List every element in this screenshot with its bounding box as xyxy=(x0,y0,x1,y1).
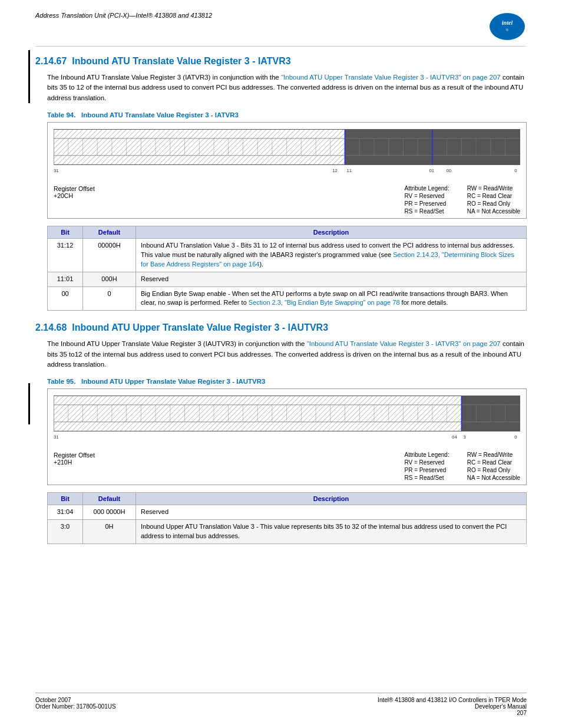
register-svg-1: 31 12 11 01 00 0 xyxy=(54,129,520,179)
table-row: 31:12 00000H Inbound ATU Translation Val… xyxy=(48,238,527,272)
table-row: 31:04 000 0000H Reserved xyxy=(48,505,527,520)
header-title: Address Translation Unit (PCI-X)—Intel® … xyxy=(35,12,212,19)
footer-product: Intel® 413808 and 413812 I/O Controllers… xyxy=(378,697,527,703)
svg-rect-54 xyxy=(462,422,520,431)
svg-text:0: 0 xyxy=(514,168,517,173)
section-heading-2: 2.14.68 Inbound ATU Upper Translate Valu… xyxy=(35,322,527,333)
svg-text:31: 31 xyxy=(54,434,59,440)
page-header: Address Translation Unit (PCI-X)—Intel® … xyxy=(35,12,527,47)
data-table-2: Bit Default Description 31:04 000 0000H … xyxy=(47,492,527,544)
svg-text:intel: intel xyxy=(502,19,513,26)
change-bar-1 xyxy=(28,50,30,103)
reg-offset-2: Register Offset +210H xyxy=(54,452,95,481)
svg-text:31: 31 xyxy=(54,168,59,173)
register-diagram-2: 31 04 3 0 Register Offset +210H Attribut… xyxy=(47,388,527,485)
svg-rect-50 xyxy=(462,396,520,405)
svg-point-0 xyxy=(490,13,525,40)
col-bit-2: Bit xyxy=(48,493,83,505)
reg-meta-2: Register Offset +210H Attribute Legend: … xyxy=(54,452,520,481)
attr-legend-1: Attribute Legend: RV = Reserved PR = Pre… xyxy=(405,185,521,215)
svg-text:00: 00 xyxy=(446,168,451,173)
footer-manual: Developer's Manual xyxy=(378,703,527,710)
section2-body: The Inbound ATU Upper Translate Value Re… xyxy=(47,339,527,370)
svg-rect-53 xyxy=(54,422,462,431)
svg-rect-7 xyxy=(54,156,345,164)
register-svg-2: 31 04 3 0 xyxy=(54,395,520,445)
col-desc-2: Description xyxy=(136,493,527,505)
table-row: 11:01 000H Reserved xyxy=(48,272,527,286)
table94-heading: Table 94. Inbound ATU Translate Value Re… xyxy=(47,111,527,118)
svg-text:®: ® xyxy=(505,28,509,32)
section-2-14-68: 2.14.68 Inbound ATU Upper Translate Valu… xyxy=(35,322,527,544)
footer-date: October 2007 xyxy=(35,697,116,703)
table-row: 3:0 0H Inbound Upper ATU Translation Val… xyxy=(48,520,527,544)
footer-left: October 2007 Order Number: 317805-001US xyxy=(35,697,116,716)
table95-heading: Table 95. Inbound ATU Upper Translate Va… xyxy=(47,378,527,385)
change-bar-2 xyxy=(28,383,30,424)
link-section-2-14-23[interactable]: Section 2.14.23, "Determining Block Size… xyxy=(141,251,514,268)
link-section-2-3[interactable]: Section 2.3, "Big Endian Byte Swapping" … xyxy=(249,299,400,306)
col-default-2: Default xyxy=(83,493,136,505)
reg-meta-1: Register Offset +20CH Attribute Legend: … xyxy=(54,185,520,215)
svg-text:0: 0 xyxy=(514,434,517,440)
col-bit-1: Bit xyxy=(48,226,83,238)
section1-link1[interactable]: "Inbound ATU Upper Translate Value Regis… xyxy=(281,74,501,81)
svg-rect-49 xyxy=(54,396,462,405)
svg-text:3: 3 xyxy=(463,434,465,440)
col-default-1: Default xyxy=(83,226,136,238)
section-2-14-67: 2.14.67 Inbound ATU Translate Value Regi… xyxy=(35,56,527,311)
svg-rect-3 xyxy=(54,129,345,138)
table-row: 00 0 Big Endian Byte Swap enable - When … xyxy=(48,286,527,311)
section1-body: The Inbound ATU Translate Value Register… xyxy=(47,73,527,103)
footer-page: 207 xyxy=(378,710,527,716)
register-diagram-1: 31 12 11 01 00 0 Register Offset xyxy=(47,122,527,219)
data-table-1: Bit Default Description 31:12 00000H Inb… xyxy=(47,226,527,311)
attr-legend-2: Attribute Legend: RV = Reserved PR = Pre… xyxy=(405,452,521,481)
svg-text:01: 01 xyxy=(429,168,434,173)
reg-offset-1: Register Offset +20CH xyxy=(54,185,95,215)
footer-right: Intel® 413808 and 413812 I/O Controllers… xyxy=(378,697,527,716)
svg-rect-52 xyxy=(462,405,520,422)
page-footer: October 2007 Order Number: 317805-001US … xyxy=(35,693,527,716)
section2-link1[interactable]: "Inbound ATU Translate Value Register 3 … xyxy=(307,340,501,347)
col-desc-1: Description xyxy=(136,226,527,238)
footer-order: Order Number: 317805-001US xyxy=(35,703,116,710)
intel-logo: intel ® xyxy=(488,12,527,41)
svg-text:11: 11 xyxy=(346,168,352,173)
svg-text:12: 12 xyxy=(332,168,338,173)
svg-text:04: 04 xyxy=(452,434,457,440)
section-heading-1: 2.14.67 Inbound ATU Translate Value Regi… xyxy=(35,56,527,67)
